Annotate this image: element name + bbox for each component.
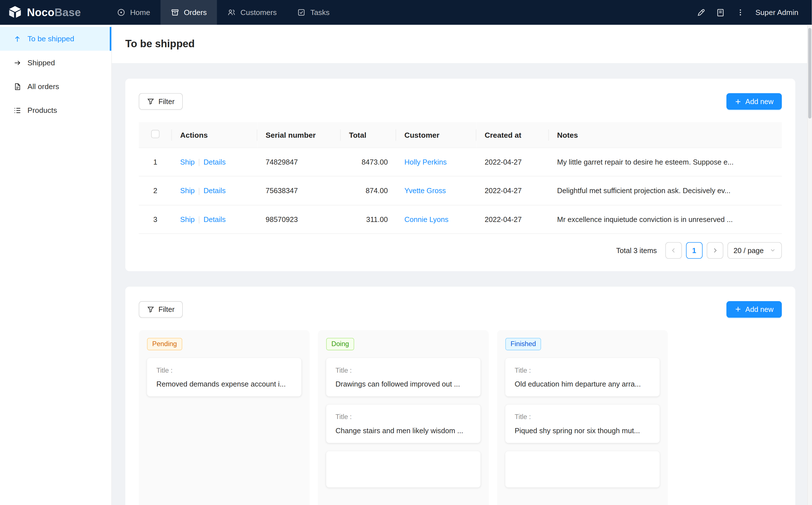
document-icon: [14, 82, 21, 90]
sidebar-item-to-be-shipped[interactable]: To be shipped: [0, 27, 111, 51]
brand-name: NocoBase: [27, 6, 81, 19]
kanban-task-card[interactable]: Title : Piqued shy spring nor six though…: [505, 404, 660, 443]
kanban-task-card-partial[interactable]: [505, 451, 660, 488]
column-header-customer: Customer: [396, 122, 477, 148]
created-at-cell: 2022-04-27: [477, 148, 549, 176]
column-header-notes: Notes: [549, 122, 782, 148]
customer-cell: Connie Lyons: [396, 205, 477, 233]
nav-item-label: Tasks: [310, 8, 329, 16]
page-scrollbar[interactable]: [807, 25, 812, 505]
filter-funnel-icon: [147, 98, 154, 105]
arrow-right-icon: [14, 59, 21, 66]
details-link[interactable]: Details: [204, 215, 226, 223]
page-content: Filter Add new: [112, 63, 812, 505]
total-cell: 874.00: [341, 176, 396, 205]
sidebar-item-label: Products: [27, 106, 57, 114]
brand-name-primary: Noco: [27, 6, 54, 18]
details-link[interactable]: Details: [204, 158, 226, 166]
pagination: Total 3 items 1 20 / page: [139, 242, 782, 259]
divider: [199, 188, 199, 195]
kanban-toolbar: Filter Add new: [139, 301, 782, 318]
customer-link[interactable]: Connie Lyons: [404, 215, 448, 223]
field-value: Removed demands expense account i...: [156, 380, 292, 388]
page-size-select[interactable]: 20 / page: [727, 242, 782, 259]
row-index: 2: [139, 176, 172, 205]
filter-button[interactable]: Filter: [139, 93, 183, 110]
created-at-cell: 2022-04-27: [477, 205, 549, 233]
page-title: To be shipped: [125, 37, 798, 50]
kanban-task-card[interactable]: Title : Drawings can followed improved o…: [326, 358, 481, 396]
pagination-page-1[interactable]: 1: [686, 242, 702, 259]
sidebar: To be shipped Shipped All orders: [0, 25, 112, 505]
nav-item-tasks[interactable]: Tasks: [287, 0, 340, 25]
kanban-add-new-button[interactable]: Add new: [726, 301, 782, 318]
page-header: To be shipped: [112, 25, 812, 63]
field-value: Drawings can followed improved out ...: [335, 380, 471, 388]
column-header-total: Total: [341, 122, 396, 148]
sidebar-item-products[interactable]: Products: [0, 99, 111, 122]
total-cell: 8473.00: [341, 148, 396, 176]
sidebar-item-all-orders[interactable]: All orders: [0, 74, 111, 99]
pagination-next-button[interactable]: [706, 242, 723, 259]
add-new-button[interactable]: Add new: [726, 93, 782, 110]
kanban-task-card-partial[interactable]: [326, 451, 481, 488]
field-label: Title :: [335, 366, 471, 374]
brand[interactable]: NocoBase: [0, 0, 93, 25]
top-navbar: NocoBase Home Orders: [0, 0, 812, 25]
row-index: 3: [139, 205, 172, 233]
divider: [199, 159, 199, 166]
table-row: 1 ShipDetails 74829847 8473.00 Holly Per…: [139, 148, 782, 176]
table-header-row: Actions Serial number Total Customer Cre…: [139, 122, 782, 148]
ship-link[interactable]: Ship: [180, 186, 195, 194]
notes-cell: My little garret repair to desire he est…: [549, 148, 782, 176]
kanban-task-card[interactable]: Title : Old education him departure any …: [505, 358, 660, 396]
serial-number-cell: 98570923: [257, 205, 341, 233]
customer-link[interactable]: Holly Perkins: [404, 158, 447, 166]
sidebar-item-shipped[interactable]: Shipped: [0, 51, 111, 74]
nav-item-customers[interactable]: Customers: [217, 0, 287, 25]
notes-cell: Mr excellence inquietude conviction is i…: [549, 205, 782, 233]
table-row: 2 ShipDetails 75638347 874.00 Yvette Gro…: [139, 176, 782, 205]
ship-link[interactable]: Ship: [180, 215, 195, 223]
kanban-task-card[interactable]: Title : Removed demands expense account …: [147, 358, 301, 396]
kanban-filter-button[interactable]: Filter: [139, 301, 183, 318]
customer-link[interactable]: Yvette Gross: [404, 187, 446, 195]
ship-link[interactable]: Ship: [180, 158, 195, 166]
nav-spacer: [340, 0, 691, 25]
ui-editor-pen-icon[interactable]: [691, 0, 711, 25]
nav-item-orders[interactable]: Orders: [160, 0, 217, 25]
nav-item-home[interactable]: Home: [107, 0, 161, 25]
kanban-task-card[interactable]: Title : Change stairs and men likely wis…: [326, 404, 481, 443]
nav-item-label: Orders: [184, 8, 207, 16]
kanban-column-pending: Pending Title : Removed demands expense …: [139, 330, 309, 505]
kanban-cards: Title : Old education him departure any …: [505, 358, 660, 488]
orders-toolbar: Filter Add new: [139, 93, 782, 110]
nav-right: Super Admin: [691, 0, 812, 25]
more-vertical-icon[interactable]: [730, 0, 750, 25]
nocobase-logo-icon: [7, 5, 23, 20]
add-new-button-label: Add new: [745, 305, 774, 313]
customer-cell: Holly Perkins: [396, 148, 477, 176]
pagination-prev-button[interactable]: [665, 242, 682, 259]
select-all-checkbox[interactable]: [151, 130, 159, 138]
scrollbar-thumb[interactable]: [808, 28, 811, 119]
filter-button-label: Filter: [158, 97, 174, 106]
status-badge-pending: Pending: [147, 338, 182, 350]
brand-name-secondary: Base: [54, 6, 81, 18]
row-actions: ShipDetails: [172, 176, 257, 205]
row-actions: ShipDetails: [172, 205, 257, 233]
column-header-serial-number: Serial number: [257, 122, 341, 148]
kanban-board: Pending Title : Removed demands expense …: [139, 330, 782, 505]
sidebar-item-label: Shipped: [27, 58, 55, 67]
column-header-created-at: Created at: [477, 122, 549, 148]
user-menu[interactable]: Super Admin: [756, 8, 798, 16]
customer-cell: Yvette Gross: [396, 176, 477, 205]
filter-funnel-icon: [147, 306, 154, 313]
collections-book-icon[interactable]: [711, 0, 731, 25]
field-value: Old education him departure any arra...: [515, 380, 650, 388]
field-value: Change stairs and men likely wisdom ...: [335, 427, 471, 435]
field-label: Title :: [515, 366, 650, 374]
created-at-cell: 2022-04-27: [477, 176, 549, 205]
kanban-column-doing: Doing Title : Drawings can followed impr…: [318, 330, 489, 505]
details-link[interactable]: Details: [204, 186, 226, 194]
